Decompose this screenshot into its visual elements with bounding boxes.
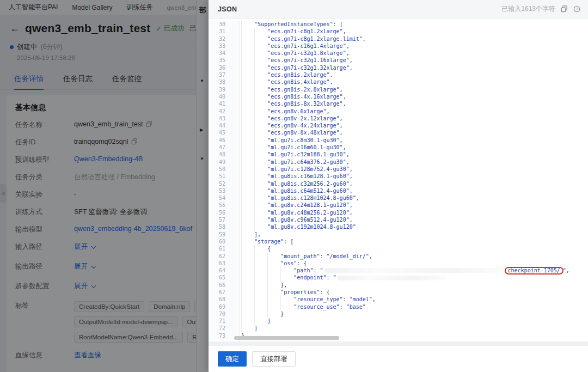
code-line[interactable]: 72 ] (209, 325, 588, 332)
help-icon[interactable]: ? (573, 5, 580, 13)
indent-guides (241, 166, 267, 173)
line-number: 52 (209, 180, 240, 187)
line-number: 40 (209, 93, 240, 100)
code-line[interactable]: 39 "ecs.gn8is-2x.8xlarge", (209, 86, 588, 93)
code-line[interactable]: 71 } (209, 318, 588, 325)
code-text: "resource_use": "base" (293, 303, 365, 310)
deploy-directly-button[interactable]: 直接部署 (252, 351, 296, 367)
code-line[interactable]: 63 "oss": { (209, 260, 588, 267)
code-text: "ml.gu8is.c128m1024.8-gu60", (267, 194, 359, 202)
code-line[interactable]: 44 "ecs.gn8v-4x.24xlarge", (209, 122, 588, 129)
code-line[interactable]: 33 "ecs.gn7i-c16g1.4xlarge", (209, 42, 588, 50)
code-line[interactable]: 69 "resource_use": "base" (209, 303, 588, 310)
code-content: "ecs.gn8v-8x.48xlarge", (240, 129, 343, 136)
line-number: 61 (209, 245, 240, 252)
json-code-editor[interactable]: 30 "SupportedInstanceTypes": [31 "ecs.gn… (209, 19, 588, 341)
json-editor-header: JSON 已输入1613个字符 ? (209, 0, 588, 19)
code-text: "ecs.gn8v.6xlarge", (267, 108, 329, 115)
code-line[interactable]: 60 "storage": [ (209, 238, 588, 245)
code-line[interactable]: 32 "ecs.gn7i-c8g1.2xlarge.limit", (209, 35, 588, 42)
code-line[interactable]: 40 "ecs.gn8is-4x.16xlarge", (209, 93, 588, 100)
code-line[interactable]: 65 "endpoint": " (209, 274, 588, 281)
code-content: "ml.gu8v.c192m1024.8-gu120" (240, 223, 356, 230)
code-content: "ml.gu8is.c32m256.2-gu60", (240, 180, 353, 187)
code-text: } (267, 318, 271, 325)
code-line[interactable]: 42 "ecs.gn8v.6xlarge", (209, 108, 588, 115)
code-line[interactable]: 55 "ml.gu8v.c24m128.1-gu120", (209, 202, 588, 209)
code-content: "properties": { (240, 289, 330, 296)
code-line[interactable]: 67 "properties": { (209, 289, 588, 296)
code-line[interactable]: 70 } (209, 310, 588, 318)
indent-guides (241, 289, 280, 296)
code-text: "path": " (293, 267, 323, 274)
code-line[interactable]: 56 "ml.gu8v.c48m256.2-gu120", (209, 209, 588, 216)
indent-guides (241, 223, 267, 230)
indent-guides (241, 137, 267, 144)
code-line[interactable]: 35 "ecs.gn7i-c32g1.16xlarge", (209, 57, 588, 64)
code-text: "ml.gu7i.c16m60.1-gu30", (267, 144, 346, 151)
confirm-button[interactable]: 确定 (218, 351, 247, 367)
code-text: "oss": { (280, 260, 307, 267)
code-line[interactable]: 59 ], (209, 231, 588, 238)
code-line[interactable]: 62 "mount_path": "/model_dir/", (209, 253, 588, 260)
horizontal-scrollbar[interactable] (234, 336, 339, 340)
code-line[interactable]: 31 "ecs.gn7i-c8g1.2xlarge", (209, 28, 588, 35)
code-line[interactable]: 49 "ml.gu7i.c64m376.2-gu30", (209, 158, 588, 166)
code-line[interactable]: 53 "ml.gu8is.c64m512.4-gu60", (209, 187, 588, 194)
code-text: "ecs.gn7i-c8g1.2xlarge", (267, 28, 346, 35)
code-line[interactable]: 41 "ecs.gn8is-8x.32xlarge", (209, 100, 588, 107)
code-line[interactable]: 43 "ecs.gn8v-2x.12xlarge", (209, 115, 588, 122)
code-content: "resource_type": "model", (240, 296, 376, 303)
code-text: "ml.gu8v.c24m128.1-gu120", (267, 202, 353, 209)
modal-dim-overlay (0, 0, 209, 372)
code-content: "ecs.gn8is-2x.8xlarge", (240, 86, 343, 93)
line-number: 55 (209, 202, 240, 209)
code-line[interactable]: 36 "ecs.gn7i-c32g1.32xlarge", (209, 64, 588, 71)
code-line[interactable]: 30 "SupportedInstanceTypes": [ (209, 21, 588, 28)
code-text: "ecs.gn8v-2x.12xlarge", (267, 115, 342, 122)
modal-footer-divider (209, 341, 588, 346)
code-text: "ml.gu8is.c64m512.4-gu60", (267, 187, 353, 194)
indent-guides (241, 144, 267, 151)
code-content: "ecs.gn8v-4x.24xlarge", (240, 122, 343, 129)
indent-guides (241, 173, 267, 180)
code-text: "ml.gu8v.c96m512.4-gu120", (267, 216, 353, 223)
code-line[interactable]: 68 "resource_type": "model", (209, 296, 588, 303)
json-editor-title: JSON (218, 5, 237, 13)
code-line[interactable]: 47 "ml.gu7i.c16m60.1-gu30", (209, 144, 588, 151)
code-text: "ecs.gn7i-c32g1.32xlarge", (267, 64, 353, 71)
line-number: 47 (209, 144, 240, 151)
code-line[interactable]: 48 "ml.gu7i.c32m188.1-gu30", (209, 151, 588, 158)
code-content: "ml.gu8v.c48m256.2-gu120", (240, 209, 353, 216)
code-line[interactable]: 51 "ml.gu8is.c16m128.1-gu60", (209, 173, 588, 180)
code-line[interactable]: 58 "ml.gu8v.c192m1024.8-gu120" (209, 223, 588, 230)
red-circle-annotation: checkpoint-1705/ (505, 267, 564, 275)
code-line[interactable]: 52 "ml.gu8is.c32m256.2-gu60", (209, 180, 588, 187)
code-line[interactable]: 66 }, (209, 282, 588, 289)
line-number: 50 (209, 166, 240, 173)
code-line[interactable]: 38 "ecs.gn8is.4xlarge", (209, 78, 588, 86)
indent-guides (241, 238, 254, 245)
code-text: "ecs.gn8is-2x.8xlarge", (267, 86, 342, 93)
indent-guides (241, 296, 293, 303)
indent-guides (241, 194, 267, 202)
code-line[interactable]: 46 "ml.gu7i.c8m30.1-gu30", (209, 137, 588, 144)
code-line[interactable]: 64 "path": "checkpoint-1705/", (209, 267, 588, 274)
code-content: "ml.gu8v.c24m128.1-gu120", (240, 202, 353, 209)
indent-guides (241, 245, 267, 252)
code-text: "properties": { (280, 289, 329, 296)
dialog-footer: 确定 直接部署 (209, 346, 588, 372)
code-line[interactable]: 61 { (209, 245, 588, 252)
copy-icon[interactable] (561, 5, 568, 13)
code-line[interactable]: 50 "ml.gu7i.c128m752.4-gu30", (209, 166, 588, 173)
line-number: 41 (209, 100, 240, 107)
code-line[interactable]: 57 "ml.gu8v.c96m512.4-gu120", (209, 216, 588, 223)
code-line[interactable]: 45 "ecs.gn8v-8x.48xlarge", (209, 129, 588, 136)
code-line[interactable]: 34 "ecs.gn7i-c32g1.8xlarge", (209, 50, 588, 57)
code-content: "path": "checkpoint-1705/", (240, 267, 569, 274)
code-content: "ecs.gn7i-c32g1.8xlarge", (240, 50, 350, 57)
code-line[interactable]: 54 "ml.gu8is.c128m1024.8-gu60", (209, 194, 588, 202)
redacted-value (324, 268, 504, 273)
indent-guides (241, 129, 267, 136)
code-line[interactable]: 37 "ecs.gn8is.2xlarge", (209, 71, 588, 78)
